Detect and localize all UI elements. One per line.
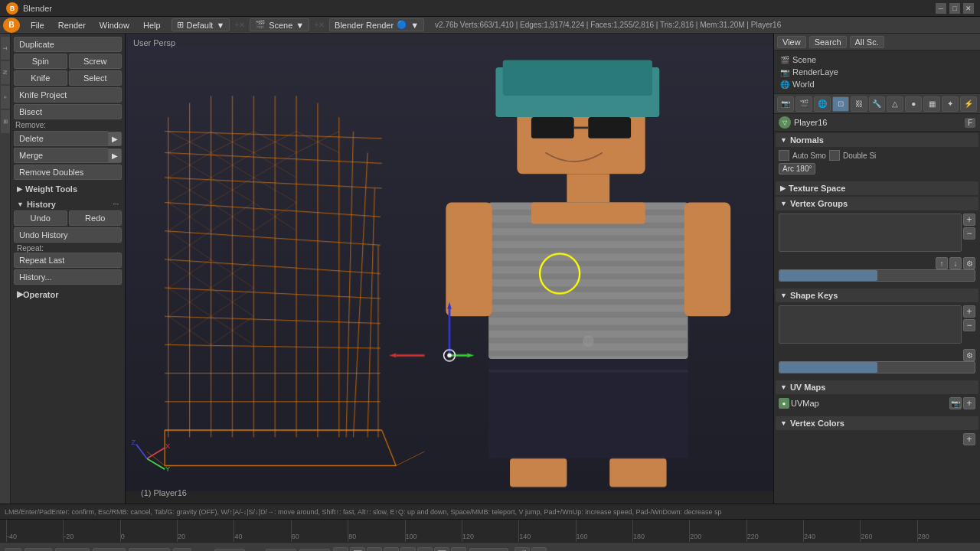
timeline-ruler[interactable]: -40 -20 0 20 40 60 80 100 120 140 160 18… [0,520,980,542]
shape-key-remove-btn[interactable]: − [963,319,975,331]
scene-item-world[interactable]: 🌐 World [777,78,977,90]
minimize-button[interactable]: ─ [936,3,946,14]
data-prop-icon[interactable]: △ [887,96,903,112]
texture-space-header[interactable]: ▶ Texture Space [776,181,978,195]
shape-weight-slider[interactable] [779,361,975,373]
shape-key-add-btn[interactable]: + [963,305,975,318]
menu-render[interactable]: Render [52,19,92,31]
normals-header[interactable]: ▼ Normals [776,133,978,147]
merge-arrow-button[interactable]: ▶ [108,148,122,163]
next-frame-btn[interactable]: ⏩ [434,547,449,552]
operator-header[interactable]: ▶ Operator [14,288,122,301]
select-button[interactable]: Select [69,70,122,86]
play-btn[interactable]: ▶ [384,547,399,552]
vertex-group-add-btn[interactable]: + [963,214,975,226]
jump-end-btn[interactable]: ⏭ [451,547,466,552]
options-icon[interactable]: N [1,61,10,84]
bisect-button[interactable]: Bisect [14,104,122,119]
view-menu-btn[interactable]: View [24,548,52,551]
delete-arrow-button[interactable]: ▶ [108,132,122,146]
sync-dropdown[interactable]: No Sync [469,548,509,551]
scene-dropdown[interactable]: 🎬 Scene ▼ [250,18,309,31]
tools-icon[interactable]: T [1,37,10,60]
scene-item-scene[interactable]: 🎬 Scene [777,54,977,66]
undo-history-button[interactable]: Undo History [14,227,122,243]
shape-keys-header[interactable]: ▼ Shape Keys [776,289,978,302]
merge-button[interactable]: Merge [14,148,108,163]
render-prop-icon[interactable]: 📷 [777,96,794,112]
object-prop-icon[interactable]: ⊡ [832,96,849,112]
create-icon[interactable]: + [1,86,10,109]
close-button[interactable]: ✕ [963,3,974,14]
redo-button[interactable]: Redo [69,210,122,226]
playback-menu-btn[interactable]: Playback [129,548,171,551]
history-dots-button[interactable]: History... [14,269,122,285]
vertex-weight-slider[interactable] [779,269,975,282]
all-scenes-button[interactable]: All Sc. [850,36,884,48]
search-button[interactable]: Search [809,36,847,48]
render-anim-btn[interactable]: 🎬 [514,547,530,552]
scene-prop-icon[interactable]: 🎬 [795,96,812,112]
scene-item-renderlayer[interactable]: 📷 RenderLaye [777,66,977,78]
menu-help[interactable]: Help [137,19,167,31]
tick-40: 40 [234,520,290,542]
cam-btn[interactable]: 📷 [531,547,547,552]
modifiers-prop-icon[interactable]: 🔧 [869,96,886,112]
next-keyframe-btn[interactable]: ▶▶ [417,547,433,552]
knife-project-button[interactable]: Knife Project [14,87,122,103]
blender-menu-logo[interactable]: B [3,18,20,33]
uv-maps-header[interactable]: ▼ UV Maps [776,380,978,394]
vertex-group-settings-btn[interactable]: ⚙ [963,257,975,269]
timeline[interactable]: -40 -20 0 20 40 60 80 100 120 140 160 18… [0,519,980,542]
frame-menu-btn[interactable]: Frame [93,548,126,551]
repeat-last-button[interactable]: Repeat Last [14,253,122,268]
screw-button[interactable]: Screw [69,54,122,69]
constraints-prop-icon[interactable]: ⛓ [851,96,867,112]
timeline-header-btn[interactable]: ⊞ [5,548,21,551]
duplicate-button[interactable]: Duplicate [14,37,122,52]
play-reverse-btn[interactable]: ▷ [400,547,416,552]
vertex-group-remove-btn[interactable]: − [963,227,975,240]
relations-icon[interactable]: ⊞ [1,110,10,133]
particles-prop-icon[interactable]: ✦ [942,96,959,112]
auto-smooth-checkbox[interactable] [779,150,789,161]
spin-screw-row: Spin Screw [14,54,122,69]
arc-button[interactable]: Arc 180° [779,163,815,174]
uvmap-camera-btn[interactable]: 📷 [949,397,962,409]
uvmap-add-btn[interactable]: + [963,397,975,409]
texture-prop-icon[interactable]: ▦ [923,96,940,112]
object-selector[interactable]: ▽ Player16 F [774,114,980,132]
knife-button[interactable]: Knife [14,70,67,86]
menu-window[interactable]: Window [93,19,136,31]
weight-tools-header[interactable]: ▶ Weight Tools [14,183,122,195]
double-sided-checkbox[interactable] [829,150,840,161]
vertex-colors-header[interactable]: ▼ Vertex Colors [776,416,978,430]
material-prop-icon[interactable]: ● [905,96,922,112]
physics-prop-icon[interactable]: ⚡ [960,96,977,112]
prev-frame-btn[interactable]: ⏪ [350,547,365,552]
undo-button[interactable]: Undo [14,210,67,226]
vertex-group-down-btn[interactable]: ↓ [949,257,962,269]
delete-button[interactable]: Delete [14,131,108,146]
menu-file[interactable]: File [24,19,51,31]
jump-start-btn[interactable]: ⏮ [333,547,348,552]
prev-keyframe-btn[interactable]: ◀ [367,547,382,552]
marker-menu-btn[interactable]: Marker [55,548,90,551]
clock-icon-btn[interactable]: ⏱ [173,548,191,551]
shape-key-settings-btn[interactable]: ⚙ [963,349,975,361]
viewport-3d[interactable]: X Y Z User Persp (1) Player16 [126,34,773,504]
mode-label: Default [187,21,214,30]
vertex-group-up-btn[interactable]: ↑ [936,257,948,269]
vertex-groups-header[interactable]: ▼ Vertex Groups [776,197,978,210]
vertex-color-add-btn[interactable]: + [963,433,975,445]
render-engine-dropdown[interactable]: Blender Render 🔵 ▼ [329,18,424,31]
vertex-groups-content: + − ↑ ↓ ⚙ [776,210,978,287]
vertex-groups-list [779,214,962,252]
mode-dropdown[interactable]: ⊞ Default ▼ [172,18,230,31]
view-button[interactable]: View [777,36,806,48]
spin-button[interactable]: Spin [14,54,67,69]
world-prop-icon[interactable]: 🌐 [814,96,831,112]
maximize-button[interactable]: □ [949,3,960,14]
history-header[interactable]: ▼ History ··· [14,198,122,210]
remove-doubles-button[interactable]: Remove Doubles [14,165,122,180]
